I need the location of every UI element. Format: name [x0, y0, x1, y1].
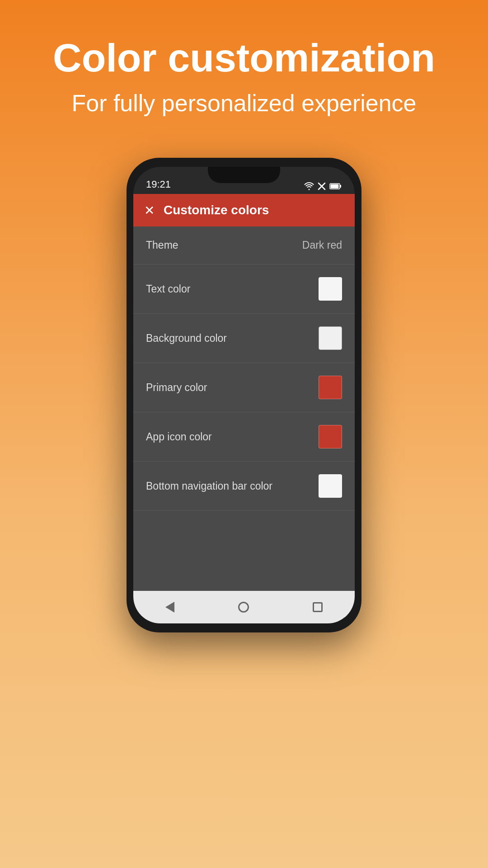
app-bar-title: Customize colors [164, 203, 269, 217]
app-icon-color-swatch[interactable] [319, 425, 342, 448]
signal-icon [318, 182, 326, 190]
main-title: Color customization [27, 36, 461, 80]
primary-color-row[interactable]: Primary color [133, 363, 355, 412]
close-button[interactable]: ✕ [144, 203, 155, 218]
bottom-navigation [133, 591, 355, 623]
battery-icon [329, 183, 342, 190]
phone-wrapper: 19:21 [127, 158, 361, 632]
theme-label: Theme [146, 239, 178, 251]
phone-shell: 19:21 [127, 158, 361, 632]
back-icon [165, 602, 174, 613]
svg-rect-4 [331, 184, 339, 189]
recents-icon [313, 602, 323, 612]
background-color-row[interactable]: Background color [133, 314, 355, 363]
app-icon-color-label: App icon color [146, 431, 212, 443]
theme-setting-row[interactable]: Theme Dark red [133, 226, 355, 264]
background-color-label: Background color [146, 332, 227, 344]
text-color-swatch[interactable] [319, 277, 342, 301]
text-color-row[interactable]: Text color [133, 264, 355, 314]
nav-recents-button[interactable] [313, 602, 323, 612]
notch [208, 167, 280, 183]
status-icons [304, 182, 342, 190]
nav-home-button[interactable] [238, 602, 249, 613]
theme-value: Dark red [302, 239, 342, 251]
content-area: Theme Dark red Text color Background col… [133, 226, 355, 591]
header-section: Color customization For fully personaliz… [0, 0, 488, 135]
sub-title: For fully personalized experience [27, 89, 461, 117]
svg-rect-3 [340, 185, 341, 188]
bottom-nav-color-swatch[interactable] [319, 474, 342, 498]
settings-list: Theme Dark red Text color Background col… [133, 226, 355, 511]
wifi-icon [304, 182, 314, 190]
bottom-nav-color-row[interactable]: Bottom navigation bar color [133, 462, 355, 511]
app-icon-color-row[interactable]: App icon color [133, 412, 355, 462]
nav-back-button[interactable] [165, 602, 174, 613]
status-bar: 19:21 [133, 167, 355, 194]
primary-color-label: Primary color [146, 382, 207, 394]
status-time: 19:21 [146, 179, 171, 190]
text-color-label: Text color [146, 283, 190, 295]
bottom-nav-color-label: Bottom navigation bar color [146, 480, 272, 492]
primary-color-swatch[interactable] [319, 376, 342, 399]
home-icon [238, 602, 249, 613]
app-bar: ✕ Customize colors [133, 194, 355, 226]
phone-inner: 19:21 [133, 167, 355, 623]
background-color-swatch[interactable] [319, 326, 342, 350]
